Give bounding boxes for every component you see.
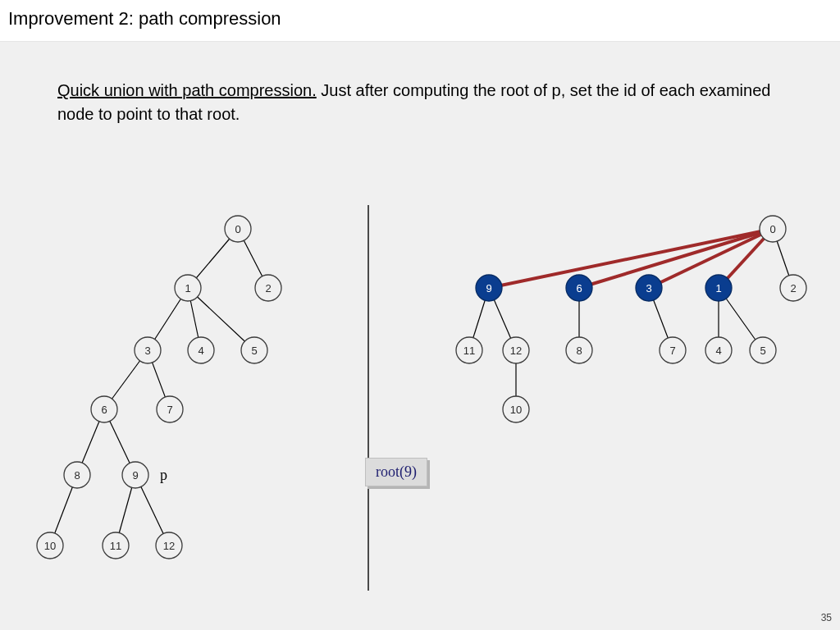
svg-text:11: 11 bbox=[110, 540, 121, 552]
right-node-8: 8 bbox=[566, 337, 592, 363]
p-label-left: p bbox=[160, 467, 167, 483]
svg-point-36 bbox=[156, 532, 182, 559]
svg-text:0: 0 bbox=[769, 223, 775, 235]
svg-text:9: 9 bbox=[132, 469, 138, 482]
svg-line-5 bbox=[104, 350, 148, 409]
right-node-5: 5 bbox=[750, 337, 776, 363]
svg-text:7: 7 bbox=[669, 345, 675, 357]
svg-point-26 bbox=[157, 396, 183, 422]
right-node-11: 11 bbox=[456, 337, 482, 363]
svg-point-20 bbox=[188, 337, 214, 363]
svg-point-16 bbox=[255, 275, 281, 301]
svg-text:1: 1 bbox=[185, 282, 190, 294]
svg-point-30 bbox=[122, 462, 148, 488]
svg-line-3 bbox=[188, 288, 201, 350]
svg-text:10: 10 bbox=[510, 404, 522, 416]
svg-point-12 bbox=[225, 216, 251, 242]
svg-line-44 bbox=[489, 288, 516, 350]
body-lead: Quick union with path compression. bbox=[57, 81, 317, 99]
svg-line-39 bbox=[579, 229, 773, 288]
left-node-1: 1 bbox=[175, 275, 201, 301]
left-tree-nodes: 0 1 2 3 4 5 6 7 8 9 10 11 12 bbox=[37, 216, 281, 559]
left-node-10: 10 bbox=[37, 532, 63, 559]
svg-line-38 bbox=[489, 229, 773, 288]
right-node-10: 10 bbox=[503, 396, 529, 422]
left-node-5: 5 bbox=[241, 337, 267, 363]
svg-point-74 bbox=[503, 396, 529, 422]
svg-point-72 bbox=[750, 337, 776, 363]
svg-text:9: 9 bbox=[486, 282, 491, 294]
left-node-0: 0 bbox=[225, 216, 251, 242]
svg-text:6: 6 bbox=[101, 404, 107, 416]
left-node-12: 12 bbox=[156, 532, 182, 559]
svg-text:3: 3 bbox=[144, 345, 150, 357]
svg-text:4: 4 bbox=[715, 345, 721, 357]
right-tree-edges bbox=[469, 229, 793, 409]
svg-text:3: 3 bbox=[646, 282, 651, 294]
svg-line-40 bbox=[649, 229, 773, 288]
right-node-6: 6 bbox=[566, 275, 592, 301]
right-node-1: 1 bbox=[705, 275, 732, 301]
left-node-6: 6 bbox=[91, 396, 117, 422]
svg-text:12: 12 bbox=[163, 540, 175, 552]
svg-line-6 bbox=[148, 350, 170, 409]
svg-text:8: 8 bbox=[74, 469, 80, 482]
svg-point-64 bbox=[503, 337, 529, 363]
svg-line-43 bbox=[469, 288, 489, 350]
svg-point-62 bbox=[456, 337, 482, 363]
right-node-3: 3 bbox=[636, 275, 662, 301]
svg-point-68 bbox=[660, 337, 686, 363]
svg-line-42 bbox=[773, 229, 793, 288]
svg-point-60 bbox=[780, 275, 806, 301]
right-node-7: 7 bbox=[660, 337, 686, 363]
svg-line-9 bbox=[50, 475, 77, 546]
right-node-4: 4 bbox=[705, 337, 732, 363]
left-node-2: 2 bbox=[255, 275, 281, 301]
right-node-2: 2 bbox=[780, 275, 806, 301]
right-tree-red-edges bbox=[489, 229, 773, 288]
right-node-9: 9 bbox=[476, 275, 502, 301]
svg-text:0: 0 bbox=[235, 223, 240, 235]
svg-point-58 bbox=[705, 275, 732, 301]
svg-line-10 bbox=[116, 475, 135, 546]
svg-text:6: 6 bbox=[576, 282, 582, 294]
svg-line-0 bbox=[188, 229, 238, 288]
svg-line-7 bbox=[77, 409, 104, 475]
svg-line-1 bbox=[238, 229, 268, 288]
left-node-9: 9 bbox=[122, 462, 148, 488]
svg-point-28 bbox=[64, 462, 90, 488]
svg-point-54 bbox=[566, 275, 592, 301]
svg-point-66 bbox=[566, 337, 592, 363]
svg-line-46 bbox=[649, 288, 673, 350]
svg-text:4: 4 bbox=[198, 345, 203, 357]
left-node-3: 3 bbox=[135, 337, 161, 363]
left-tree-edges bbox=[50, 229, 268, 546]
right-node-0: 0 bbox=[760, 216, 786, 242]
svg-text:2: 2 bbox=[265, 282, 271, 294]
left-node-4: 4 bbox=[188, 337, 214, 363]
svg-line-11 bbox=[135, 475, 169, 546]
operation-callout: root(9) bbox=[365, 458, 427, 486]
svg-point-18 bbox=[135, 337, 161, 363]
body-paragraph: Quick union with path compression. Just … bbox=[57, 79, 779, 126]
svg-text:7: 7 bbox=[167, 404, 172, 416]
svg-text:8: 8 bbox=[576, 345, 582, 357]
left-node-8: 8 bbox=[64, 462, 90, 488]
svg-point-14 bbox=[175, 275, 201, 301]
svg-point-34 bbox=[103, 532, 129, 559]
svg-text:2: 2 bbox=[790, 282, 796, 294]
svg-point-32 bbox=[37, 532, 63, 559]
svg-point-56 bbox=[636, 275, 662, 301]
svg-text:10: 10 bbox=[44, 540, 56, 552]
right-node-12: 12 bbox=[503, 337, 529, 363]
svg-text:12: 12 bbox=[510, 345, 522, 357]
svg-line-4 bbox=[188, 288, 254, 350]
left-node-7: 7 bbox=[157, 396, 183, 422]
svg-point-22 bbox=[241, 337, 267, 363]
svg-line-8 bbox=[104, 409, 135, 475]
svg-line-2 bbox=[148, 288, 188, 350]
svg-text:11: 11 bbox=[463, 345, 475, 357]
page-number: 35 bbox=[821, 612, 832, 623]
svg-line-48 bbox=[719, 288, 763, 350]
svg-text:1: 1 bbox=[715, 282, 721, 294]
